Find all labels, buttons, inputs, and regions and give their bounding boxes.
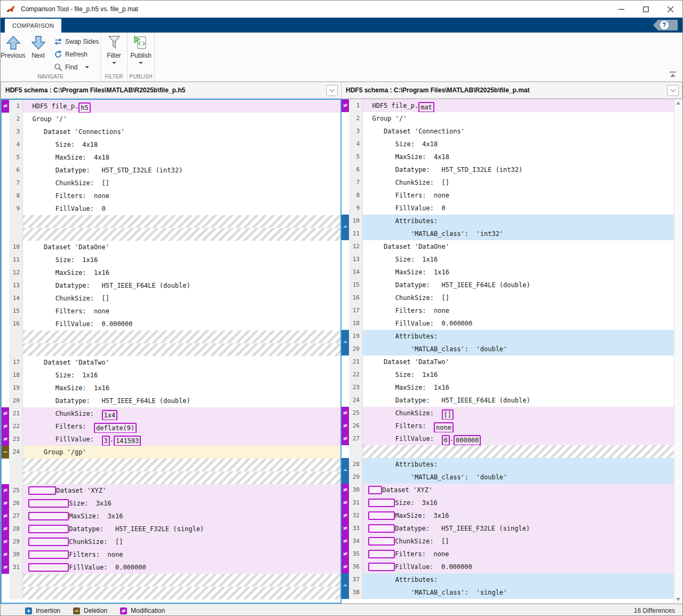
diff-row[interactable]: 12 Dataset 'DataOne' xyxy=(342,240,674,253)
diff-row[interactable]: ≠31 FillValue: 0.000000 xyxy=(2,561,340,574)
diff-row[interactable]: 22 Size: 1x16 xyxy=(342,368,674,381)
diff-row[interactable]: 23 MaxSize: 1x16 xyxy=(342,381,674,394)
diff-row[interactable]: 6 Datatype: H5T_STD_I32LE (int32) xyxy=(342,163,674,176)
diff-row[interactable]: 24 Datatype: H5T_IEEE_F64LE (double) xyxy=(342,394,674,407)
diff-row[interactable]: 9 FillValue: 0 xyxy=(2,202,340,215)
tab-comparison[interactable]: COMPARISON xyxy=(5,19,61,33)
line-number: 26 xyxy=(349,420,363,432)
diff-row[interactable]: −24 Group '/gp' xyxy=(2,446,340,459)
diff-row[interactable]: 16 FillValue: 0.000000 xyxy=(2,318,340,330)
diff-row[interactable]: ≠27 FillValue: 0.000000 xyxy=(342,432,674,445)
diff-row[interactable]: 13 Size: 1x16 xyxy=(342,253,674,266)
diff-row[interactable]: 18 Size: 1x16 xyxy=(2,369,340,382)
diff-row[interactable]: 5 MaxSize: 4x18 xyxy=(2,151,340,164)
diff-row[interactable]: ≠25 Dataset 'XYZ' xyxy=(2,484,340,497)
right-pane-body[interactable]: ≠1 HDF5 file_p.mat2 Group '/'3 Dataset '… xyxy=(342,99,682,604)
diff-row[interactable]: 3 Dataset 'Connections' xyxy=(342,125,674,138)
diff-row[interactable]: ≠36 FillValue: 0.000000 xyxy=(342,560,674,573)
diff-row[interactable]: 18 FillValue: 0.000000 xyxy=(342,317,674,330)
diff-row[interactable]: 2 Group '/' xyxy=(342,112,674,125)
diff-row[interactable]: 13 Datatype: H5T_IEEE_F64LE (double) xyxy=(2,279,340,292)
diff-row[interactable]: 8 Filters: none xyxy=(2,189,340,202)
help-button[interactable]: ? xyxy=(653,20,678,30)
code-line: Filters: deflate(9) xyxy=(23,420,340,433)
diff-row[interactable]: ≠32 MaxSize: 3x16 xyxy=(342,509,674,522)
diff-row[interactable]: 10 Dataset 'DataOne' xyxy=(2,241,340,254)
diff-row[interactable]: ≠33 Datatype: H5T_IEEE_F32LE (single) xyxy=(342,522,674,535)
vertical-scrollbar[interactable] xyxy=(674,99,682,603)
diff-row[interactable]: ≠30 Dataset 'XYZ' xyxy=(342,484,674,496)
diff-row[interactable]: +19 Attributes: xyxy=(342,330,674,343)
diff-row[interactable]: ≠34 ChunkSize: [] xyxy=(342,535,674,548)
diff-row[interactable]: 7 ChunkSize: [] xyxy=(342,176,674,189)
close-button[interactable] xyxy=(658,1,682,18)
diff-row[interactable]: 9 FillValue: 0 xyxy=(342,202,674,215)
diff-row[interactable]: 16 ChunkSize: [] xyxy=(342,291,674,304)
diff-row[interactable]: ≠1 HDF5 file_p.mat xyxy=(342,99,674,112)
diff-row[interactable]: 4 Size: 4x18 xyxy=(342,138,674,151)
diff-row[interactable]: 5 MaxSize: 4x18 xyxy=(342,151,674,163)
refresh-button[interactable]: Refresh xyxy=(54,48,99,61)
diff-gutter: + xyxy=(342,330,349,343)
filter-dropdown-caret[interactable] xyxy=(112,62,116,64)
diff-row[interactable]: 8 Filters: none xyxy=(342,189,674,202)
diff-row[interactable]: 3 Dataset 'Connections' xyxy=(2,125,340,138)
diff-row[interactable]: ≠31 Size: 3x16 xyxy=(342,496,674,509)
diff-row[interactable]: 15 Datatype: H5T_IEEE_F64LE (double) xyxy=(342,279,674,291)
diff-row[interactable]: 2 Group '/' xyxy=(2,113,340,125)
diff-row[interactable]: ≠27 MaxSize: 3x16 xyxy=(2,510,340,523)
diff-row[interactable]: 19 MaxSize: 1x16 xyxy=(2,382,340,394)
diff-row[interactable]: 14 ChunkSize: [] xyxy=(2,292,340,305)
diff-row[interactable]: 17 Filters: none xyxy=(342,304,674,317)
diff-row[interactable]: ≠23 FillValue: 3.141593 xyxy=(2,433,340,446)
diff-row[interactable]: 21 Dataset 'DataTwo' xyxy=(342,356,674,368)
diff-row[interactable]: ≠35 Filters: none xyxy=(342,548,674,560)
swap-sides-button[interactable]: Swap Sides xyxy=(54,35,99,48)
diff-row[interactable]: 6 Datatype: H5T_STD_I32LE (int32) xyxy=(2,164,340,177)
diff-row[interactable]: ≠21 ChunkSize: 1x4 xyxy=(2,407,340,420)
diff-row[interactable]: 15 Filters: none xyxy=(2,305,340,318)
right-pane-options-button[interactable] xyxy=(667,85,679,96)
filter-button[interactable]: Filter xyxy=(101,33,127,64)
scroll-up-arrow-icon[interactable] xyxy=(676,101,680,105)
code-line: Size: 1x16 xyxy=(363,253,674,266)
diff-row[interactable]: 20 'MATLAB_class': 'double' xyxy=(342,343,674,356)
line-number: 17 xyxy=(9,356,23,369)
code-line: Size: 1x16 xyxy=(23,369,340,382)
diff-row[interactable]: ≠22 Filters: deflate(9) xyxy=(2,420,340,433)
diff-row[interactable]: +37 Attributes: xyxy=(342,573,674,586)
diff-row[interactable]: 29 'MATLAB_class': 'double' xyxy=(342,471,674,484)
left-pane-body[interactable]: ≠1 HDF5 file_p.h52 Group '/'3 Dataset 'C… xyxy=(1,99,342,604)
publish-button[interactable]: Publish xyxy=(128,33,154,64)
diff-row[interactable]: 7 ChunkSize: [] xyxy=(2,177,340,189)
diff-row[interactable]: ≠26 Size: 3x16 xyxy=(2,497,340,510)
code-line: MaxSize: 4x18 xyxy=(363,151,674,163)
diff-row[interactable]: +10 Attributes: xyxy=(342,215,674,227)
find-button[interactable]: Find xyxy=(54,61,99,74)
left-pane-options-button[interactable] xyxy=(326,85,338,96)
diff-row[interactable]: ≠25 ChunkSize: [] xyxy=(342,407,674,420)
minimize-button[interactable] xyxy=(609,1,633,18)
line-number: 29 xyxy=(9,535,23,548)
diff-row[interactable]: 38 'MATLAB_class': 'single' xyxy=(342,586,674,599)
maximize-button[interactable] xyxy=(633,1,658,18)
diff-row[interactable]: ≠29 ChunkSize: [] xyxy=(2,535,340,548)
diff-row[interactable]: 11 'MATLAB_class': 'int32' xyxy=(342,227,674,240)
find-dropdown-caret[interactable] xyxy=(85,66,89,68)
diff-row[interactable]: +28 Attributes: xyxy=(342,458,674,471)
diff-row[interactable]: 4 Size: 4x18 xyxy=(2,138,340,151)
diff-row[interactable]: 14 MaxSize: 1x16 xyxy=(342,266,674,279)
publish-dropdown-caret[interactable] xyxy=(139,62,143,64)
diff-gutter: ≠ xyxy=(342,535,349,548)
collapse-toolstrip-button[interactable] xyxy=(670,72,676,77)
diff-gutter xyxy=(342,125,349,138)
diff-row[interactable]: 12 MaxSize: 1x16 xyxy=(2,266,340,279)
diff-row[interactable]: ≠26 Filters: none xyxy=(342,420,674,432)
diff-row[interactable]: ≠28 Datatype: H5T_IEEE_F32LE (single) xyxy=(2,523,340,535)
diff-row[interactable]: 20 Datatype: H5T_IEEE_F64LE (double) xyxy=(2,394,340,407)
diff-row[interactable]: 17 Dataset 'DataTwo' xyxy=(2,356,340,369)
diff-row[interactable]: ≠30 Filters: none xyxy=(2,548,340,561)
scroll-down-arrow-icon[interactable] xyxy=(676,598,680,601)
diff-row[interactable]: ≠1 HDF5 file_p.h5 xyxy=(2,100,340,113)
diff-row[interactable]: 11 Size: 1x16 xyxy=(2,254,340,266)
